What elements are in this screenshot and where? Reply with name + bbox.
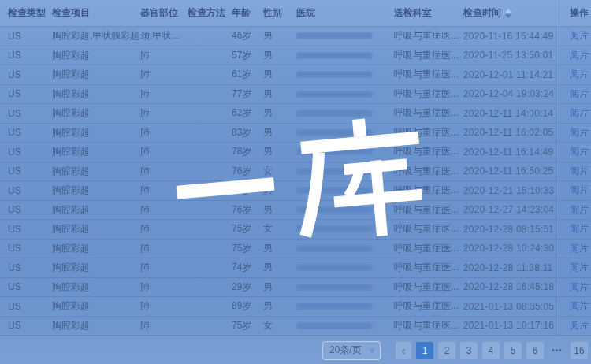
view-images-link[interactable]: 阅片 bbox=[570, 87, 589, 101]
cell-age: 75岁 bbox=[232, 222, 263, 236]
hospital-redacted-block bbox=[296, 264, 372, 271]
hospital-redacted-block bbox=[296, 187, 372, 194]
column-header-actions: 操作 bbox=[556, 0, 591, 26]
cell-age: 83岁 bbox=[232, 126, 263, 139]
table-content: 检查类型检查项目器官部位检查方法年龄性别医院送检科室检查时间操作 US胸腔彩超,… bbox=[0, 0, 591, 364]
page-button-1[interactable]: 1 bbox=[416, 342, 433, 359]
cell-exam_type: US bbox=[8, 281, 52, 292]
cell-hospital bbox=[296, 284, 394, 291]
table-row: US胸腔彩超肺89岁男呼吸与重症医...2021-01-13 08:35:05阅… bbox=[0, 297, 591, 317]
cell-department: 呼吸与重症医... bbox=[394, 261, 463, 274]
cell-hospital bbox=[296, 32, 394, 39]
view-images-link[interactable]: 阅片 bbox=[570, 165, 589, 178]
cell-exam_type: US bbox=[8, 301, 52, 312]
view-images-link[interactable]: 阅片 bbox=[570, 126, 589, 139]
cell-exam_item: 胸腔彩超 bbox=[52, 203, 140, 217]
page-button-2[interactable]: 2 bbox=[438, 342, 455, 359]
view-images-link[interactable]: 阅片 bbox=[570, 222, 589, 236]
table-row: US胸腔彩超肺76岁男呼吸与重症医...2020-12-27 14:23:04阅… bbox=[0, 201, 591, 221]
cell-exam_type: US bbox=[8, 69, 52, 80]
cell-department: 呼吸与重症医... bbox=[394, 126, 463, 139]
view-images-link[interactable]: 阅片 bbox=[570, 145, 589, 158]
cell-gender: 男 bbox=[263, 68, 296, 81]
view-images-link[interactable]: 阅片 bbox=[570, 68, 589, 81]
view-images-link[interactable]: 阅片 bbox=[570, 203, 589, 217]
column-header-exam_time[interactable]: 检查时间 bbox=[463, 6, 556, 20]
cell-gender: 男 bbox=[263, 49, 296, 62]
cell-age: 75岁 bbox=[232, 242, 263, 255]
page-button-16[interactable]: 16 bbox=[571, 342, 588, 359]
cell-exam_item: 胸腔彩超 bbox=[52, 106, 140, 120]
hospital-redacted-block bbox=[296, 322, 372, 329]
hospital-redacted-block bbox=[296, 206, 372, 214]
cell-organ: 肺 bbox=[140, 49, 188, 62]
cell-exam_type: US bbox=[8, 185, 52, 196]
cell-hospital bbox=[296, 91, 394, 98]
page-button-5[interactable]: 5 bbox=[504, 342, 522, 359]
hospital-redacted-block bbox=[296, 110, 372, 117]
cell-exam_time: 2020-12-28 16:45:18 bbox=[463, 281, 556, 292]
column-header-label: 检查类型 bbox=[8, 7, 46, 18]
page-button-3[interactable]: 3 bbox=[460, 342, 478, 359]
cell-exam_item: 胸腔彩超,甲状腺彩超 bbox=[52, 29, 140, 43]
cell-actions: 阅片 bbox=[556, 240, 591, 258]
cell-exam_type: US bbox=[8, 262, 52, 273]
hospital-redacted-block bbox=[296, 52, 372, 59]
hospital-redacted-block bbox=[296, 148, 372, 155]
table-row: US胸腔彩超肺66岁男呼吸与重症医...2020-12-21 15:10:33阅… bbox=[0, 181, 591, 201]
page-size-select[interactable]: 20条/页 ∨ bbox=[322, 341, 381, 360]
table-row: US胸腔彩超肺75岁男呼吸与重症医...2020-12-28 10:24:30阅… bbox=[0, 240, 591, 259]
cell-exam_time: 2020-12-21 15:10:33 bbox=[463, 185, 556, 196]
cell-actions: 阅片 bbox=[556, 317, 591, 336]
column-header-method: 检查方法 bbox=[188, 6, 232, 20]
cell-exam_type: US bbox=[8, 147, 52, 158]
cell-age: 76岁 bbox=[232, 165, 263, 178]
column-header-department: 送检科室 bbox=[394, 6, 463, 20]
view-images-link[interactable]: 阅片 bbox=[570, 280, 589, 294]
cell-exam_item: 胸腔彩超 bbox=[52, 68, 140, 81]
cell-actions: 阅片 bbox=[556, 104, 591, 123]
cell-organ: 肺 bbox=[140, 165, 188, 178]
page-ellipsis[interactable]: ••• bbox=[548, 342, 566, 359]
cell-exam_type: US bbox=[8, 31, 52, 42]
page-button-4[interactable]: 4 bbox=[482, 342, 500, 359]
view-images-link[interactable]: 阅片 bbox=[570, 184, 589, 197]
view-images-link[interactable]: 阅片 bbox=[570, 299, 589, 313]
cell-hospital bbox=[296, 110, 394, 117]
cell-gender: 男 bbox=[263, 184, 296, 197]
table-row: US胸腔彩超肺78岁男呼吸与重症医...2020-12-11 16:14:49阅… bbox=[0, 143, 591, 162]
page-button-6[interactable]: 6 bbox=[526, 342, 544, 359]
hospital-redacted-block bbox=[296, 225, 372, 232]
cell-exam_time: 2020-11-25 13:50:01 bbox=[463, 50, 556, 61]
cell-gender: 女 bbox=[263, 319, 296, 332]
cell-actions: 阅片 bbox=[556, 258, 591, 277]
view-images-link[interactable]: 阅片 bbox=[570, 49, 589, 62]
sort-caret-icon[interactable] bbox=[505, 9, 511, 18]
column-header-label: 检查项目 bbox=[52, 7, 90, 18]
cell-gender: 男 bbox=[263, 106, 296, 120]
hospital-redacted-block bbox=[296, 32, 372, 39]
view-images-link[interactable]: 阅片 bbox=[570, 319, 589, 332]
cell-actions: 阅片 bbox=[556, 124, 591, 143]
page-number-list: 123456•••16 bbox=[411, 342, 588, 359]
cell-hospital bbox=[296, 71, 394, 78]
cell-exam_item: 胸腔彩超 bbox=[52, 299, 140, 313]
chevron-down-icon: ∨ bbox=[369, 347, 375, 354]
view-images-link[interactable]: 阅片 bbox=[570, 242, 589, 255]
cell-organ: 肺 bbox=[140, 87, 188, 101]
cell-hospital bbox=[296, 148, 394, 155]
cell-gender: 男 bbox=[263, 280, 296, 294]
view-images-link[interactable]: 阅片 bbox=[570, 261, 589, 274]
table-row: US胸腔彩超肺77岁男呼吸与重症医...2020-12-04 19:03:24阅… bbox=[0, 85, 591, 105]
cell-department: 呼吸与重症医... bbox=[394, 87, 463, 101]
column-header-label: 检查方法 bbox=[188, 7, 225, 18]
cell-exam_item: 胸腔彩超 bbox=[52, 145, 140, 158]
cell-exam_item: 胸腔彩超 bbox=[52, 242, 140, 255]
view-images-link[interactable]: 阅片 bbox=[570, 29, 589, 43]
cell-department: 呼吸与重症医... bbox=[394, 299, 463, 313]
prev-page-button[interactable]: ‹ bbox=[396, 342, 411, 359]
hospital-redacted-block bbox=[296, 71, 372, 78]
view-images-link[interactable]: 阅片 bbox=[570, 106, 589, 120]
cell-exam_item: 胸腔彩超 bbox=[52, 222, 140, 236]
cell-organ: 肺 bbox=[140, 222, 188, 236]
